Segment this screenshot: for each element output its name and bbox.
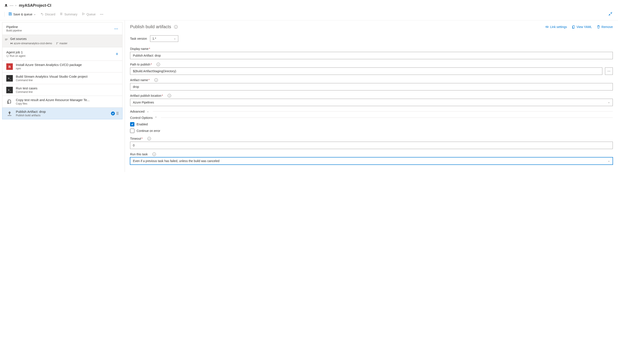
task-row[interactable]: >_ Build Stream Analytics Visual Studio … bbox=[2, 72, 123, 84]
pipeline-task-list: Pipeline Build pipeline ⋯ Get sources az… bbox=[0, 20, 125, 172]
task-version-label: Task version bbox=[130, 37, 147, 40]
toolbar-more[interactable]: ⋯ bbox=[98, 11, 105, 17]
chevron-down-icon: ⌄ bbox=[34, 13, 36, 16]
task-subtitle: npm bbox=[16, 67, 82, 70]
artifact-name-label: Artifact name* bbox=[130, 78, 150, 82]
info-icon[interactable]: i bbox=[168, 94, 171, 97]
timeout-label: Timeout* bbox=[130, 137, 143, 140]
play-icon bbox=[82, 12, 85, 16]
save-icon bbox=[8, 12, 12, 16]
summary-button[interactable]: Summary bbox=[58, 11, 79, 17]
task-detail-panel: Publish build artifacts i Link settings … bbox=[125, 20, 618, 172]
panel-title: Publish build artifacts i bbox=[130, 24, 178, 29]
enabled-label: Enabled bbox=[137, 123, 148, 126]
collapse-panel-button[interactable] bbox=[608, 12, 612, 16]
undo-icon bbox=[40, 12, 44, 16]
agent-job[interactable]: Agent job 1 Run on agent + bbox=[2, 47, 123, 61]
view-yaml-button[interactable]: View YAML bbox=[572, 25, 592, 29]
run-task-select[interactable]: Even if a previous task has failed, unle… bbox=[130, 157, 613, 165]
task-row[interactable]: Copy test result and Azure Resource Mana… bbox=[2, 96, 123, 108]
link-settings-button[interactable]: Link settings bbox=[545, 25, 567, 29]
continue-on-error-checkbox[interactable] bbox=[130, 129, 134, 133]
branch-name: master bbox=[59, 42, 68, 45]
chevron-down-icon: ⌄ bbox=[147, 110, 149, 113]
task-row[interactable]: >_ Run test cases Command line bbox=[2, 84, 123, 96]
task-row-selected[interactable]: Publish Artifact: drop Publish build art… bbox=[2, 108, 123, 119]
pipeline-more-button[interactable]: ⋯ bbox=[114, 26, 118, 31]
run-task-label: Run this task bbox=[130, 153, 148, 156]
commandline-icon: >_ bbox=[6, 87, 13, 93]
breadcrumb-overflow[interactable]: ⋯ bbox=[10, 3, 14, 8]
timeout-input[interactable] bbox=[130, 142, 613, 149]
info-icon[interactable]: i bbox=[174, 25, 178, 29]
browse-button[interactable]: ⋯ bbox=[605, 67, 613, 75]
display-name-label: Display name* bbox=[130, 47, 150, 51]
task-subtitle: Publish build artifacts bbox=[16, 114, 46, 117]
remove-button[interactable]: Remove bbox=[597, 25, 613, 29]
queue-label: Queue bbox=[86, 13, 96, 16]
chevron-up-icon: ⌃ bbox=[155, 116, 157, 119]
commandline-icon: >_ bbox=[6, 75, 13, 82]
enabled-checkbox[interactable] bbox=[130, 122, 134, 127]
queue-button[interactable]: Queue bbox=[80, 11, 97, 17]
control-options-section-toggle[interactable]: Control Options ⌃ bbox=[130, 116, 613, 119]
pipeline-header[interactable]: Pipeline Build pipeline ⋯ bbox=[2, 22, 123, 35]
sources-icon bbox=[5, 38, 8, 42]
toolbar: Save & queue ⌄ Discard Summary Queue ⋯ bbox=[0, 9, 618, 20]
publish-location-label: Artifact publish location* bbox=[130, 94, 163, 97]
svg-rect-0 bbox=[7, 55, 9, 56]
info-icon[interactable]: i bbox=[152, 153, 156, 156]
info-icon[interactable]: i bbox=[148, 137, 151, 140]
chevron-down-icon: ⌄ bbox=[608, 101, 610, 104]
publish-location-select[interactable]: Azure Pipelines ⌄ bbox=[130, 99, 613, 106]
pipeline-title: Pipeline bbox=[6, 25, 22, 29]
task-row[interactable]: n Install Azure Stream Analytics CI/CD p… bbox=[2, 61, 123, 72]
task-title: Publish Artifact: drop bbox=[16, 110, 46, 114]
repo-name: azure-streamanalytics-cicd-demo bbox=[14, 42, 52, 45]
task-title: Build Stream Analytics Visual Studio Cod… bbox=[16, 75, 87, 78]
save-queue-label: Save & queue bbox=[13, 13, 32, 16]
agent-job-subtitle: Run on agent bbox=[6, 54, 25, 57]
sources-branch: master bbox=[56, 42, 68, 45]
display-name-input[interactable] bbox=[130, 52, 613, 59]
npm-icon: n bbox=[6, 63, 13, 70]
task-subtitle: Command line bbox=[16, 79, 87, 82]
add-task-button[interactable]: + bbox=[116, 51, 118, 57]
chevron-right-icon: › bbox=[15, 4, 16, 7]
sources-title: Get sources bbox=[10, 37, 67, 40]
pipeline-icon bbox=[4, 4, 8, 7]
advanced-section-toggle[interactable]: Advanced ⌄ bbox=[130, 110, 613, 113]
chevron-down-icon: ⌄ bbox=[608, 159, 610, 162]
task-version-select[interactable]: 1.* ⌄ bbox=[150, 35, 178, 42]
task-subtitle: Command line bbox=[16, 91, 37, 93]
discard-button[interactable]: Discard bbox=[39, 11, 57, 17]
task-title: Copy test result and Azure Resource Mana… bbox=[16, 98, 90, 102]
breadcrumb: ⋯ › myASAProject-CI bbox=[0, 0, 618, 9]
drag-handle-icon[interactable] bbox=[117, 112, 118, 115]
save-queue-button[interactable]: Save & queue ⌄ bbox=[7, 11, 38, 17]
info-icon[interactable]: i bbox=[157, 63, 160, 66]
task-title: Install Azure Stream Analytics CI/CD pac… bbox=[16, 63, 82, 67]
path-label: Path to publish* bbox=[130, 63, 152, 66]
artifact-name-input[interactable] bbox=[130, 83, 613, 91]
task-title: Run test cases bbox=[16, 86, 37, 90]
discard-label: Discard bbox=[45, 13, 55, 16]
copy-files-icon bbox=[6, 99, 13, 105]
task-subtitle: Copy files bbox=[16, 102, 90, 105]
path-input[interactable] bbox=[130, 67, 602, 75]
upload-icon bbox=[6, 110, 13, 117]
sources-repo: azure-streamanalytics-cicd-demo bbox=[10, 42, 52, 45]
chevron-down-icon: ⌄ bbox=[174, 37, 176, 40]
agent-job-title: Agent job 1 bbox=[6, 50, 25, 54]
pipeline-subtitle: Build pipeline bbox=[6, 29, 22, 32]
divider bbox=[4, 12, 5, 17]
info-icon[interactable]: i bbox=[154, 78, 158, 82]
continue-label: Continue on error bbox=[137, 129, 160, 132]
get-sources[interactable]: Get sources azure-streamanalytics-cicd-d… bbox=[2, 35, 123, 47]
task-valid-icon bbox=[111, 112, 115, 115]
page-title: myASAProject-CI bbox=[18, 3, 51, 8]
list-icon bbox=[59, 12, 63, 16]
summary-label: Summary bbox=[64, 13, 77, 16]
